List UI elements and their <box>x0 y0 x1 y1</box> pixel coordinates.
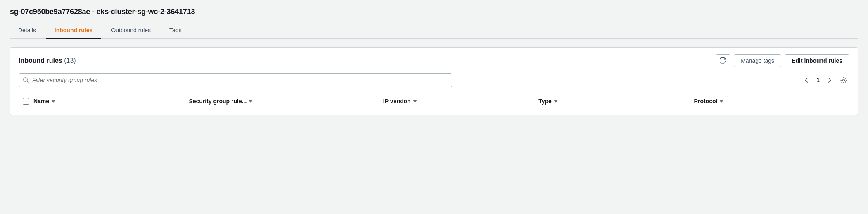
tab-outbound-rules[interactable]: Outbound rules <box>103 23 159 39</box>
next-page-button[interactable] <box>824 74 835 86</box>
sort-icon-type <box>554 100 558 103</box>
tab-divider-3 <box>160 26 160 35</box>
manage-tags-button[interactable]: Manage tags <box>734 54 781 67</box>
sort-icon-protocol <box>719 100 723 103</box>
search-container <box>19 73 452 87</box>
tab-details[interactable]: Details <box>10 23 44 39</box>
col-header-sg-rule[interactable]: Security group rule... <box>189 98 383 105</box>
edit-inbound-rules-button[interactable]: Edit inbound rules <box>785 54 849 67</box>
col-header-name[interactable]: Name <box>33 98 189 105</box>
refresh-icon <box>720 57 726 64</box>
sort-icon-sg-rule <box>249 100 253 103</box>
tab-inbound-rules[interactable]: Inbound rules <box>46 23 101 39</box>
panel-header: Inbound rules (13) Manage tags Edit inbo… <box>19 54 849 67</box>
col-header-type[interactable]: Type <box>538 98 694 105</box>
pagination-controls: 1 <box>801 74 849 86</box>
tabs-bar: Details Inbound rules Outbound rules Tag… <box>10 23 858 39</box>
rule-count: (13) <box>64 57 76 64</box>
resource-title: sg-07c950be9a77628ae - eks-cluster-sg-wc… <box>10 7 858 16</box>
page-wrapper: sg-07c950be9a77628ae - eks-cluster-sg-wc… <box>0 0 868 214</box>
tab-divider-2 <box>102 26 102 35</box>
search-row: 1 <box>19 73 849 87</box>
chevron-left-icon <box>805 78 808 83</box>
refresh-button[interactable] <box>716 54 730 67</box>
svg-line-1 <box>27 81 28 83</box>
prev-page-button[interactable] <box>801 74 812 86</box>
tab-divider-1 <box>45 26 45 35</box>
select-all-checkbox[interactable] <box>23 98 29 105</box>
sort-icon-name <box>51 100 55 103</box>
col-header-ip-version[interactable]: IP version <box>383 98 538 105</box>
inbound-rules-panel: Inbound rules (13) Manage tags Edit inbo… <box>10 47 858 115</box>
col-header-protocol[interactable]: Protocol <box>694 98 849 105</box>
chevron-right-icon <box>828 78 831 83</box>
search-icon <box>23 77 29 83</box>
table-header-row: Name Security group rule... IP version T… <box>19 94 849 108</box>
svg-point-2 <box>843 79 844 81</box>
gear-icon <box>840 77 847 83</box>
current-page: 1 <box>815 77 821 83</box>
tab-tags[interactable]: Tags <box>161 23 190 39</box>
column-settings-button[interactable] <box>838 74 849 86</box>
panel-title: Inbound rules (13) <box>19 57 76 64</box>
panel-actions: Manage tags Edit inbound rules <box>716 54 849 67</box>
sort-icon-ip-version <box>413 100 417 103</box>
search-input[interactable] <box>32 77 448 83</box>
select-all-checkbox-cell[interactable] <box>19 98 33 105</box>
